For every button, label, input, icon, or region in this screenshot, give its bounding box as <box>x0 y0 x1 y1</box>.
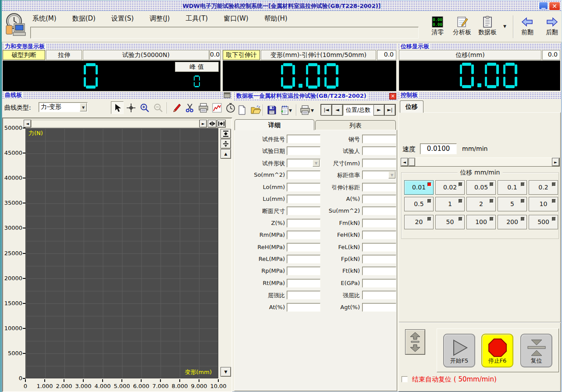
field-input-row2-right[interactable] <box>362 146 396 155</box>
hscroll-right-button[interactable]: ► <box>199 120 207 128</box>
fit-height-button[interactable] <box>221 129 231 139</box>
vscroll-down-button[interactable]: ▼ <box>221 367 231 377</box>
field-input-row11-right[interactable] <box>362 255 396 264</box>
restore-window-icon[interactable] <box>224 92 231 98</box>
field-input-row12-right[interactable] <box>362 267 396 275</box>
menu-item-7[interactable]: 帮助(H) <box>264 14 288 23</box>
new-record-button[interactable] <box>235 103 248 116</box>
speed-button-0.2[interactable]: 0.2 <box>529 180 558 195</box>
speed-button-2[interactable]: 2 <box>466 197 496 211</box>
menu-item-4[interactable]: 调整(J) <box>149 14 170 23</box>
speed-button-1[interactable]: 1 <box>435 197 465 211</box>
cut-tool-button[interactable] <box>183 101 196 114</box>
remove-extensometer-button[interactable]: 取下引伸计 <box>223 50 260 60</box>
field-input-row4-left[interactable] <box>287 171 320 179</box>
tab-displacement[interactable]: 位移 <box>400 100 423 113</box>
break-judge-button[interactable]: 破型判断 <box>3 50 45 60</box>
toolbar-prev-page[interactable]: 前翻 <box>517 16 537 36</box>
curve-chart-button[interactable] <box>210 101 223 114</box>
center-height-button[interactable] <box>221 139 231 149</box>
jog-button[interactable] <box>405 329 425 355</box>
field-input-row3-left[interactable]: ▼ <box>287 159 320 167</box>
toolbar-analysis-board[interactable]: 分析板 <box>450 16 474 36</box>
print-report-button[interactable] <box>299 103 311 116</box>
speed-slider[interactable]: ◄ ► <box>400 157 560 167</box>
field-input-row13-left[interactable] <box>287 279 320 288</box>
field-input-row4-right[interactable]: ▼ <box>362 171 396 179</box>
speed-button-0.05[interactable]: 0.05 <box>466 180 496 195</box>
speed-button-0.02[interactable]: 0.02 <box>435 180 465 195</box>
speed-button-200[interactable]: 200 <box>498 215 527 229</box>
tab-detail[interactable]: 详细 <box>235 119 314 130</box>
field-input-row11-left[interactable] <box>287 255 320 264</box>
slider-thumb[interactable] <box>409 158 415 166</box>
nav-last-button[interactable]: ►| <box>384 104 395 116</box>
menu-item-6[interactable]: 窗口(W) <box>224 14 249 23</box>
stop-button[interactable]: 停止F6 <box>481 334 513 367</box>
fit-width-button[interactable] <box>208 120 217 128</box>
speed-button-20[interactable]: 20 <box>404 215 434 229</box>
start-button[interactable]: 开始F5 <box>443 334 475 367</box>
save-button[interactable] <box>265 103 278 116</box>
field-input-row7-right[interactable] <box>362 207 396 215</box>
tab-list[interactable]: 列表 <box>315 120 396 130</box>
zoom-out-tool-button[interactable] <box>152 101 164 114</box>
speed-button-0.01[interactable]: 0.01 <box>404 180 434 195</box>
curve-type-select[interactable]: 力-变形 ▼ <box>39 102 88 112</box>
toolbar-next-page[interactable]: 后翻 <box>542 16 562 36</box>
speed-button-0.1[interactable]: 0.1 <box>498 180 527 195</box>
field-input-row8-right[interactable] <box>362 219 396 228</box>
nav-next-button[interactable]: ► <box>373 104 384 116</box>
slider-left-button[interactable]: ◄ <box>401 158 408 166</box>
data-panel-close-button[interactable]: ✕ <box>389 93 396 100</box>
export-dropdown-icon[interactable]: ▼ <box>289 108 292 113</box>
speed-button-100[interactable]: 100 <box>466 215 496 229</box>
slider-right-button[interactable]: ► <box>552 158 559 166</box>
nav-prev-button[interactable]: ◄ <box>332 104 343 116</box>
field-input-row15-right[interactable] <box>362 303 396 312</box>
close-button[interactable]: ✕ <box>549 2 560 11</box>
nav-first-button[interactable]: |◄ <box>321 104 332 116</box>
speed-button-10[interactable]: 10 <box>529 197 558 211</box>
hscroll-track[interactable] <box>31 120 199 128</box>
combo-chevron-down-icon[interactable]: ▼ <box>313 160 320 167</box>
speed-button-500[interactable]: 500 <box>529 215 558 229</box>
tensile-button[interactable]: 拉伸 <box>46 50 82 60</box>
menu-item-5[interactable]: 工具(T) <box>185 14 208 23</box>
field-input-row9-right[interactable] <box>362 231 396 239</box>
toolbar-data-board[interactable]: 数据板 <box>475 16 500 36</box>
speed-button-50[interactable]: 50 <box>435 215 465 229</box>
field-input-row6-left[interactable] <box>287 195 320 203</box>
expand-width-button[interactable] <box>217 120 226 128</box>
field-input-row15-left[interactable] <box>287 303 320 312</box>
field-input-row3-right[interactable] <box>362 159 396 167</box>
reset-button[interactable]: 复位 <box>520 334 552 367</box>
speed-input[interactable]: 0.0100 <box>420 143 457 154</box>
field-input-row7-left[interactable] <box>287 207 320 215</box>
speed-button-0.5[interactable]: 0.5 <box>404 197 434 211</box>
open-file-button[interactable] <box>249 103 262 116</box>
minimize-button[interactable]: ▁ <box>539 2 548 10</box>
plot-area[interactable]: 力(N) 变形(mm) <box>25 128 218 378</box>
field-input-row2-left[interactable] <box>287 146 320 155</box>
menu-item-3[interactable]: 设置(S) <box>111 14 134 23</box>
field-input-row1-right[interactable] <box>362 135 396 143</box>
hscroll-left-button[interactable]: ◄ <box>24 120 31 128</box>
auto-reset-checkbox[interactable] <box>402 376 408 382</box>
menu-item-2[interactable]: 数据(D) <box>72 14 96 23</box>
cursor-tool-button[interactable] <box>111 101 124 114</box>
print-curve-button[interactable] <box>197 101 210 114</box>
field-input-row5-left[interactable] <box>287 183 320 192</box>
toolbar-clear-zero[interactable]: 0.00 0.00 清零 <box>425 16 450 36</box>
crosshair-tool-button[interactable] <box>124 101 137 114</box>
zoom-in-tool-button[interactable] <box>138 101 151 114</box>
speed-button-5[interactable]: 5 <box>498 197 527 211</box>
field-input-row13-right[interactable] <box>362 279 396 288</box>
field-input-row6-right[interactable] <box>362 195 396 203</box>
pen-tool-button[interactable] <box>170 101 182 114</box>
toolbar-dropdown-icon[interactable]: ▼ <box>503 24 506 29</box>
menu-item-1[interactable]: 系统(M) <box>32 14 57 23</box>
vscroll-up-button[interactable]: ▲ <box>221 149 231 159</box>
field-input-row12-left[interactable] <box>287 267 320 275</box>
field-input-row10-right[interactable] <box>362 243 396 252</box>
